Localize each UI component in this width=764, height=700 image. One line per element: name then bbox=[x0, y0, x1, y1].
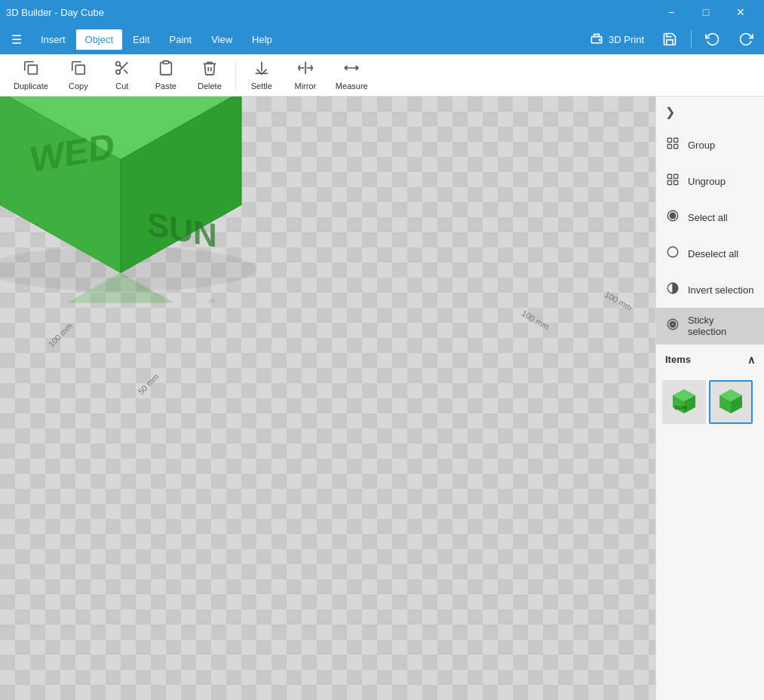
menu-right: 3D Print bbox=[581, 27, 761, 51]
copy-button[interactable]: Copy bbox=[57, 57, 100, 94]
settle-label: Settle bbox=[251, 81, 272, 91]
group-label: Group bbox=[688, 140, 715, 151]
items-collapse-icon[interactable]: ∧ bbox=[747, 354, 755, 366]
menu-object[interactable]: Object bbox=[76, 29, 123, 50]
deselect-all-label: Deselect all bbox=[688, 248, 738, 259]
cube-3d: WED SUN WED SUN bbox=[0, 97, 287, 303]
mirror-icon bbox=[297, 60, 314, 80]
panel-ungroup-button[interactable]: Ungroup bbox=[656, 163, 764, 199]
delete-button[interactable]: Delete bbox=[189, 57, 231, 94]
svg-rect-31 bbox=[667, 181, 671, 185]
svg-line-8 bbox=[119, 65, 122, 68]
cut-button[interactable]: Cut bbox=[101, 57, 143, 94]
duplicate-icon bbox=[23, 60, 39, 80]
redo-button[interactable] bbox=[731, 27, 761, 51]
ungroup-icon bbox=[665, 173, 680, 189]
duplicate-label: Duplicate bbox=[14, 81, 48, 91]
toolbar-divider-1 bbox=[235, 62, 236, 89]
panel-select-all-button[interactable]: Select all bbox=[656, 199, 764, 235]
menu-insert[interactable]: Insert bbox=[32, 29, 75, 50]
viewport[interactable]: 100 mm 50 mm 100 mm 100 mm WED SUN WED bbox=[0, 97, 655, 700]
settle-icon bbox=[253, 60, 270, 80]
items-label: Items bbox=[665, 354, 691, 365]
menu-help[interactable]: Help bbox=[243, 29, 281, 50]
deselect-all-icon bbox=[665, 245, 680, 262]
svg-point-40 bbox=[671, 324, 673, 326]
panel-deselect-all-button[interactable]: Deselect all bbox=[656, 235, 764, 272]
toolbar: Duplicate Copy Cut Paste bbox=[0, 54, 764, 97]
main-area: 100 mm 50 mm 100 mm 100 mm WED SUN WED bbox=[0, 97, 764, 700]
mirror-label: Mirror bbox=[295, 81, 317, 91]
svg-point-1 bbox=[599, 39, 600, 41]
svg-point-36 bbox=[667, 247, 678, 257]
measure-button[interactable]: Measure bbox=[328, 57, 376, 94]
svg-rect-3 bbox=[75, 65, 84, 74]
menu-paint[interactable]: Paint bbox=[161, 29, 201, 50]
print3d-label: 3D Print bbox=[609, 34, 644, 45]
title-bar-controls: − □ ✕ bbox=[654, 0, 758, 24]
collapse-icon: ❯ bbox=[665, 105, 675, 119]
print3d-button[interactable]: 3D Print bbox=[581, 27, 652, 51]
save-button[interactable] bbox=[655, 27, 685, 51]
select-all-icon bbox=[665, 209, 680, 226]
svg-point-4 bbox=[116, 62, 121, 66]
svg-rect-25 bbox=[667, 138, 671, 142]
paste-button[interactable]: Paste bbox=[145, 57, 187, 94]
right-panel: ❯ Group bbox=[655, 97, 764, 700]
svg-line-33 bbox=[672, 179, 674, 181]
items-grid: SUN bbox=[656, 374, 764, 430]
duplicate-button[interactable]: Duplicate bbox=[6, 57, 56, 94]
hamburger-button[interactable]: ☰ bbox=[3, 26, 30, 53]
svg-rect-32 bbox=[674, 181, 678, 185]
measure-icon bbox=[343, 60, 360, 80]
title-bar: 3D Builder - Day Cube − □ ✕ bbox=[0, 0, 764, 24]
grid-label-100mm-2: 100 mm bbox=[520, 309, 551, 331]
menu-view[interactable]: View bbox=[202, 29, 241, 50]
ungroup-label: Ungroup bbox=[688, 176, 726, 187]
svg-line-7 bbox=[124, 69, 127, 73]
copy-label: Copy bbox=[69, 81, 88, 91]
svg-rect-26 bbox=[674, 138, 678, 142]
thumbnail-sun[interactable]: SUN bbox=[662, 380, 706, 424]
settle-button[interactable]: Settle bbox=[241, 57, 283, 94]
paste-label: Paste bbox=[155, 81, 176, 91]
sticky-selection-icon bbox=[665, 318, 680, 334]
grid-label-50mm: 50 mm bbox=[137, 372, 161, 396]
panel-invert-selection-button[interactable]: Invert selection bbox=[656, 272, 764, 308]
panel-sticky-selection-button[interactable]: Sticky selection bbox=[656, 308, 764, 344]
delete-label: Delete bbox=[198, 81, 222, 91]
menu-bar: ☰ Insert Object Edit Paint View Help 3D … bbox=[0, 24, 764, 54]
mirror-button[interactable]: Mirror bbox=[284, 57, 327, 94]
svg-rect-2 bbox=[28, 65, 37, 74]
invert-selection-icon bbox=[665, 281, 680, 298]
menu-edit[interactable]: Edit bbox=[124, 29, 158, 50]
measure-label: Measure bbox=[336, 81, 368, 91]
svg-rect-30 bbox=[674, 174, 678, 178]
select-all-label: Select all bbox=[688, 212, 728, 223]
grid-label-100mm-3: 100 mm bbox=[603, 290, 634, 312]
cut-icon bbox=[114, 60, 130, 80]
panel-group-button[interactable]: Group bbox=[656, 127, 764, 163]
svg-point-35 bbox=[670, 213, 676, 219]
menu-divider bbox=[691, 30, 692, 48]
svg-rect-28 bbox=[674, 145, 678, 149]
undo-button[interactable] bbox=[698, 27, 728, 51]
title-bar-left: 3D Builder - Day Cube bbox=[6, 7, 104, 18]
minimize-button[interactable]: − bbox=[654, 0, 689, 24]
panel-collapse-button[interactable]: ❯ bbox=[656, 97, 764, 127]
svg-rect-27 bbox=[667, 145, 671, 149]
thumbnail-cube-2[interactable] bbox=[709, 380, 753, 424]
paste-icon bbox=[158, 60, 174, 80]
delete-icon bbox=[201, 60, 218, 80]
sticky-selection-label: Sticky selection bbox=[688, 315, 755, 337]
copy-icon bbox=[70, 60, 87, 80]
maximize-button[interactable]: □ bbox=[689, 0, 723, 24]
app-title: 3D Builder - Day Cube bbox=[6, 7, 104, 18]
grid-label-100mm-1: 100 mm bbox=[47, 321, 75, 349]
svg-point-5 bbox=[116, 70, 121, 75]
svg-rect-9 bbox=[163, 61, 168, 64]
close-button[interactable]: ✕ bbox=[723, 0, 758, 24]
svg-text:SUN: SUN bbox=[674, 404, 687, 411]
group-icon bbox=[665, 137, 680, 153]
items-section-header: Items ∧ bbox=[656, 344, 764, 374]
